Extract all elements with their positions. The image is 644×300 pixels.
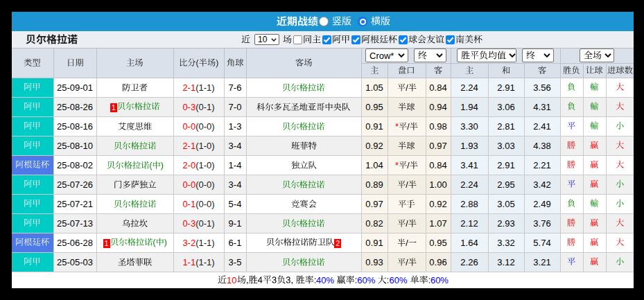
- checkbox-league-south-america-cup[interactable]: [446, 35, 455, 44]
- handicap: [398, 200, 415, 209]
- match-score: 2-0(1-0): [173, 155, 224, 175]
- corners: 3-5: [224, 252, 246, 272]
- checkbox-league-argentina-cup[interactable]: [351, 35, 360, 44]
- checkbox-league-friendly[interactable]: [399, 35, 408, 44]
- euro-odds-state-select[interactable]: [522, 48, 554, 62]
- radio-vertical-label[interactable]: [332, 16, 351, 27]
- handicap-result-indicator: [583, 213, 606, 233]
- euro-away-odds: 5.74: [524, 233, 560, 252]
- goals-indicator: [606, 194, 634, 213]
- euro-home-odds: 2.24: [451, 175, 488, 194]
- checkbox-league-aj[interactable]: [322, 35, 331, 44]
- asia-away-odds: 0.94: [426, 97, 451, 116]
- goals-indicator: [606, 233, 634, 252]
- asia-away-odds: 1.07: [426, 213, 451, 233]
- halftime-score: (1-0): [195, 141, 214, 151]
- league-cell: [12, 252, 53, 272]
- table-header-row: Crow*: [12, 48, 634, 63]
- away-team-cell: [246, 213, 361, 233]
- asia-home-odds: 0.97: [361, 194, 388, 213]
- match-date: 25-08-02: [53, 155, 96, 175]
- result-indicator: [560, 252, 583, 272]
- league-cell: [12, 116, 53, 136]
- match-score: 0-1(0-0): [173, 194, 224, 213]
- col-score-header: [173, 48, 224, 78]
- halftime-score: (1-1): [195, 82, 214, 93]
- league-badge-background: [12, 195, 53, 213]
- col-euro-home-header: [451, 63, 488, 78]
- euro-draw-odds: 2.95: [488, 175, 524, 194]
- away-team: [291, 200, 317, 209]
- home-team: [114, 180, 157, 190]
- filter-controls: 10: [241, 31, 482, 48]
- euro-draw-odds: 3.05: [488, 194, 524, 213]
- away-team: [256, 103, 350, 112]
- match-date: 25-08-26: [53, 97, 96, 116]
- league-cell: [12, 78, 53, 97]
- radio-vertical-layout[interactable]: [319, 17, 329, 26]
- league-label: [24, 121, 41, 131]
- asia-away-odds: 0.98: [426, 116, 451, 136]
- league-badge-background: [12, 175, 53, 194]
- handicap-cell: [388, 213, 426, 233]
- checkbox-league-argentina-cup-label[interactable]: [361, 34, 397, 44]
- fulltime-score: 0-0: [182, 179, 195, 190]
- col-handicap-header: [388, 63, 426, 78]
- goals-indicator: [606, 213, 634, 233]
- col-euro-draw-header: [488, 63, 524, 78]
- table-head: Crow*: [12, 48, 634, 78]
- checkbox-league-south-america-cup-label[interactable]: [455, 34, 482, 44]
- page: { "title_bar": { "title": "近期战绩", "orien…: [0, 0, 644, 300]
- league-badge-background: [12, 214, 53, 233]
- home-team: [118, 258, 152, 267]
- league-cell: [12, 97, 53, 116]
- chevron-down-icon: [398, 53, 405, 58]
- asia-home-odds: 0.95: [361, 97, 388, 116]
- chevron-down-icon: [271, 38, 277, 42]
- corners: 5-4: [224, 194, 246, 213]
- home-team: [118, 122, 152, 132]
- halftime-score: (0-1): [195, 102, 214, 112]
- asia-home-odds: 0.91: [361, 233, 388, 252]
- handicap-result-indicator: [583, 136, 606, 155]
- asia-home-odds: 1.04: [361, 155, 388, 175]
- euro-odds-select[interactable]: [457, 48, 516, 62]
- asia-odds-state-select[interactable]: [414, 48, 446, 62]
- col-euro-away-header: [524, 63, 560, 78]
- goals-indicator: [606, 116, 634, 136]
- handicap-result-indicator: [583, 233, 606, 252]
- table-row: 25-09-012-1(1-1)7-61.050.842.242.913.56: [12, 78, 634, 97]
- odds-company-select[interactable]: Crow*: [365, 48, 408, 62]
- period-select[interactable]: [580, 48, 614, 62]
- handicap-result-indicator: [583, 78, 606, 97]
- asia-away-odds: 0.84: [426, 78, 451, 97]
- away-team: [291, 161, 317, 170]
- home-team-cell: [96, 78, 173, 97]
- fulltime-score: 2-1: [182, 82, 195, 93]
- halftime-score: (0-0): [195, 121, 214, 132]
- corners: 1-4: [224, 155, 246, 175]
- asia-away-odds: 1.00: [426, 175, 451, 194]
- asia-away-odds: 0.97: [426, 136, 451, 155]
- match-date: 25-07-26: [53, 175, 96, 194]
- checkbox-league-aj-label[interactable]: [332, 34, 350, 44]
- fulltime-score: 0-3: [182, 218, 195, 229]
- checkbox-league-friendly-label[interactable]: [408, 34, 444, 44]
- home-team-cell: 1: [96, 97, 173, 116]
- checkbox-same-home-label[interactable]: [303, 34, 321, 44]
- euro-away-odds: 2.41: [524, 116, 560, 136]
- handicap-cell: *: [388, 155, 426, 175]
- corners: 9-1: [224, 213, 246, 233]
- league-badge-background: [12, 233, 53, 252]
- checkbox-same-home[interactable]: [293, 35, 302, 44]
- home-team: [114, 141, 157, 151]
- match-count-select[interactable]: 10: [254, 34, 279, 45]
- handicap-result-indicator: [583, 155, 606, 175]
- result-indicator: [560, 78, 583, 97]
- result-indicator: [560, 233, 583, 252]
- filter-bar: 10: [12, 31, 634, 48]
- euro-home-odds: 2.88: [451, 194, 488, 213]
- asia-home-odds: 0.93: [361, 252, 388, 272]
- radio-horizontal-layout[interactable]: [358, 17, 367, 26]
- radio-horizontal-label[interactable]: [371, 16, 390, 27]
